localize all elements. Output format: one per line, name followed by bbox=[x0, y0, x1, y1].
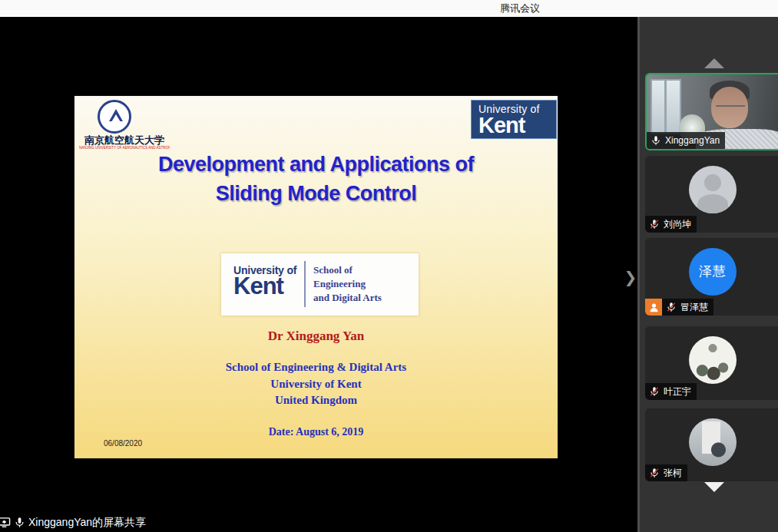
avatar: 泽慧 bbox=[689, 248, 737, 296]
panel-collapse-chevron-icon[interactable]: ❯ bbox=[622, 266, 639, 289]
divider bbox=[304, 261, 306, 307]
mic-icon bbox=[14, 517, 25, 528]
avatar bbox=[689, 336, 737, 384]
slide-title-line1: Development and Applications of bbox=[74, 153, 558, 177]
person-badge-icon bbox=[648, 302, 660, 313]
participant-tile-maozehui[interactable]: 泽慧 bbox=[645, 238, 778, 316]
window-titlebar: 腾讯会议 bbox=[0, 0, 778, 17]
school-line1: School of bbox=[313, 263, 382, 277]
mic-muted-icon bbox=[666, 302, 677, 312]
school-banner-uni-bottom: Kent bbox=[233, 276, 296, 296]
participant-name-label: XinggangYan bbox=[647, 132, 725, 149]
app-title: 腾讯会议 bbox=[500, 0, 540, 17]
participant-name-label: 刘尚坤 bbox=[645, 216, 697, 233]
participant-tile-liushangkun[interactable]: 刘尚坤 bbox=[645, 156, 778, 233]
participant-name-label: 冒泽慧 bbox=[662, 299, 713, 316]
mic-icon bbox=[651, 135, 661, 146]
mic-muted-icon bbox=[649, 386, 660, 397]
slide-date-stamp: 06/08/2020 bbox=[104, 439, 142, 448]
participant-name-label: 叶正宇 bbox=[645, 383, 697, 400]
kent-logo: University of Kent bbox=[471, 100, 557, 139]
affiliation-line2: University of Kent bbox=[74, 378, 558, 391]
affiliation-line3: United Kingdom bbox=[74, 394, 558, 407]
school-line2: Engineering bbox=[313, 277, 382, 291]
screen-share-icon bbox=[0, 516, 11, 529]
nuaa-logo: 南京航空航天大学 NANJING UNIVERSITY OF AERONAUTI… bbox=[79, 99, 170, 151]
avatar bbox=[689, 418, 737, 466]
participant-tile-yezhengyu[interactable]: 叶正宇 bbox=[645, 326, 778, 400]
nuaa-emblem-icon bbox=[98, 100, 131, 134]
scroll-down-triangle-icon[interactable] bbox=[704, 482, 724, 492]
kent-logo-bottom: Kent bbox=[478, 115, 556, 135]
participant-tile-zhangke[interactable]: 张柯 bbox=[645, 408, 778, 481]
slide-date-line: Date: August 6, 2019 bbox=[74, 426, 558, 438]
scroll-up-triangle-icon[interactable] bbox=[704, 58, 724, 68]
share-banner-text: XinggangYan的屏幕共享 bbox=[28, 516, 146, 530]
participants-panel: XinggangYan bbox=[637, 17, 778, 532]
nuaa-name-en: NANJING UNIVERSITY OF AERONAUTICS AND AS… bbox=[79, 146, 170, 150]
host-badge bbox=[645, 299, 662, 316]
school-line3: and Digital Arts bbox=[313, 291, 382, 305]
screen-share-banner: XinggangYan的屏幕共享 bbox=[0, 513, 323, 532]
avatar bbox=[689, 166, 737, 213]
affiliation-line1: School of Engineering & Digital Arts bbox=[74, 361, 558, 374]
mic-muted-icon bbox=[649, 219, 660, 230]
participant-name-label: 张柯 bbox=[645, 464, 687, 481]
meeting-window: 腾讯会议 南京航空航天大学 NANJING UNIVERSITY OF AERO… bbox=[0, 0, 778, 532]
kent-school-banner: University of Kent School of Engineering… bbox=[221, 253, 419, 316]
mic-muted-icon bbox=[649, 468, 660, 478]
shared-screen-slide: 南京航空航天大学 NANJING UNIVERSITY OF AERONAUTI… bbox=[74, 96, 558, 458]
presenter-name: Dr Xinggang Yan bbox=[74, 329, 558, 344]
participant-tile-xinggangyan[interactable]: XinggangYan bbox=[645, 73, 778, 150]
slide-title-line2: Sliding Mode Control bbox=[74, 182, 558, 206]
